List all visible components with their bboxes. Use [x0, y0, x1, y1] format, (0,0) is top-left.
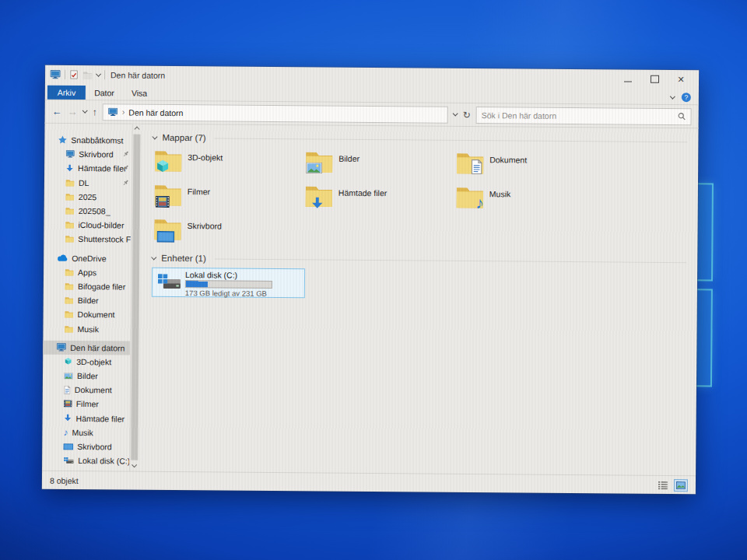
item-count: 8 objekt	[50, 475, 79, 485]
folders-grid: 3D-objekt Bilder Dok	[152, 148, 687, 254]
forward-button[interactable]: →	[68, 107, 78, 117]
tab-arkiv[interactable]: Arkiv	[47, 86, 86, 100]
sidebar-item-den-har-datorn[interactable]: Den här datorn	[43, 340, 130, 355]
sidebar-item-dokument-od[interactable]: Dokument	[44, 307, 131, 322]
search-box[interactable]	[476, 107, 692, 125]
sidebar-item-onedrive[interactable]: OneDrive	[44, 250, 131, 265]
divider	[65, 70, 65, 79]
close-button[interactable]: ✕	[668, 70, 694, 89]
folder-tile-hamtade-filer[interactable]: Hämtade filer	[303, 183, 454, 219]
up-button[interactable]: ↑	[93, 107, 97, 117]
folder-tile-filmer[interactable]: Filmer	[153, 182, 303, 218]
properties-icon[interactable]	[69, 70, 79, 79]
maximize-button[interactable]	[641, 70, 668, 89]
sidebar-item-3d-objekt[interactable]: 3D-objekt	[43, 354, 130, 369]
breadcrumb[interactable]: Den här datorn	[128, 107, 183, 117]
downloads-icon	[64, 414, 72, 422]
disk-usage-fill	[186, 281, 208, 287]
details-view-icon[interactable]	[656, 478, 670, 491]
address-dropdown-chevron-icon[interactable]	[453, 110, 458, 116]
sidebar-item-label: Shutterstock Fre	[78, 234, 132, 244]
folder-icon	[65, 282, 74, 290]
desktop-wallpaper: Den här datorn ✕ Arkiv Dator Visa ? ← → …	[0, 0, 747, 560]
tab-visa[interactable]: Visa	[123, 86, 156, 100]
scroll-down-arrow-icon[interactable]	[132, 462, 137, 467]
folder-tile-dokument[interactable]: Dokument	[454, 150, 605, 186]
folder-downloads-icon	[305, 184, 333, 208]
3d-objects-icon	[64, 357, 72, 366]
section-header-enheter[interactable]: Enheter (1)	[152, 254, 686, 267]
sidebar-item-dokument[interactable]: Dokument	[43, 383, 130, 397]
navigation-pane: Snabbåtkomst Skrivbord Hämtade filer DL	[42, 124, 132, 471]
customize-toolbar-chevron-icon[interactable]	[96, 71, 101, 76]
sidebar-item-apps[interactable]: Apps	[44, 264, 131, 279]
sidebar-item-label: 2025	[79, 192, 96, 201]
folder-3d-objects-icon	[154, 149, 182, 173]
tab-dator[interactable]: Dator	[86, 86, 123, 100]
sidebar-item-2025[interactable]: 2025	[44, 189, 132, 204]
address-bar[interactable]: › Den här datorn	[103, 103, 448, 123]
sidebar-item-label: Apps	[78, 268, 96, 277]
sidebar-item-label: DL	[79, 178, 89, 187]
sidebar-item-snabbatkomst[interactable]: Snabbåtkomst	[44, 133, 132, 148]
folder-icon	[65, 235, 74, 243]
collapse-chevron-icon[interactable]	[151, 254, 156, 260]
folder-tile-skrivbord[interactable]: Skrivbord	[152, 216, 303, 252]
folder-tile-3d-objekt[interactable]: 3D-objekt	[153, 148, 303, 184]
sidebar-item-202508[interactable]: 202508_	[44, 204, 132, 219]
sidebar-item-label: 202508_	[79, 206, 110, 215]
folder-tile-bilder[interactable]: Bilder	[303, 149, 454, 184]
folder-icon	[65, 193, 75, 201]
sidebar-item-skrivbord[interactable]: Skrivbord	[42, 439, 129, 454]
folder-icon	[65, 268, 74, 276]
recent-locations-chevron-icon[interactable]	[82, 108, 88, 114]
section-header-mappar[interactable]: Mappar (7)	[153, 133, 687, 146]
documents-icon	[64, 386, 71, 394]
onedrive-cloud-icon	[57, 254, 68, 261]
help-icon[interactable]: ?	[682, 93, 691, 102]
collapse-chevron-icon[interactable]	[152, 134, 157, 139]
sidebar-item-label: Bifogade filer	[78, 282, 125, 291]
sidebar-item-label: Dokument	[75, 385, 112, 394]
folder-icon	[65, 179, 75, 187]
sidebar-item-label: Lokal disk (C:)	[78, 456, 130, 466]
sidebar-item-label: Bilder	[77, 371, 98, 380]
sidebar-item-icloud-bilder[interactable]: iCloud-bilder	[44, 218, 131, 233]
sidebar-item-filmer[interactable]: Filmer	[43, 397, 130, 411]
sidebar-item-label: Den här datorn	[70, 343, 124, 353]
search-icon[interactable]	[678, 112, 686, 121]
scroll-up-arrow-icon[interactable]	[134, 127, 139, 132]
sidebar-item-musik[interactable]: ♪ Musik	[42, 425, 129, 439]
sidebar-item-skrivbord-qa[interactable]: Skrivbord	[44, 147, 132, 162]
minimize-button[interactable]	[615, 69, 641, 88]
folder-tile-musik[interactable]: ♪ Musik	[454, 184, 605, 220]
sidebar-item-lokal-disk[interactable]: Lokal disk (C:)	[42, 453, 129, 468]
new-folder-icon[interactable]	[82, 71, 93, 79]
folder-videos-icon	[154, 183, 182, 207]
sidebar-item-hamtade-filer-qa[interactable]: Hämtade filer	[44, 161, 132, 176]
sidebar-item-label: Skrivbord	[77, 442, 111, 451]
sidebar-item-dl[interactable]: DL	[44, 175, 132, 190]
back-button[interactable]: ←	[52, 107, 62, 117]
quick-access-star-icon	[58, 135, 67, 145]
content-area: Snabbåtkomst Skrivbord Hämtade filer DL	[42, 124, 698, 476]
sidebar-item-bilder-od[interactable]: Bilder	[44, 293, 131, 308]
search-input[interactable]	[482, 110, 678, 121]
videos-icon	[64, 400, 72, 408]
drive-tile-lokal-disk-c[interactable]: Lokal disk (C:) 173 GB ledigt av 231 GB	[152, 268, 305, 299]
sidebar-item-hamtade-filer[interactable]: Hämtade filer	[43, 411, 130, 425]
expand-ribbon-chevron-icon[interactable]	[670, 93, 675, 99]
folder-icon	[64, 324, 73, 332]
disk-usage-meter	[185, 280, 272, 289]
refresh-icon[interactable]: ↻	[463, 109, 471, 120]
sidebar-item-label: Skrivbord	[79, 149, 113, 159]
sidebar-item-shutterstock[interactable]: Shutterstock Fre	[44, 232, 131, 247]
sidebar-item-musik-od[interactable]: Musik	[43, 321, 130, 336]
this-pc-icon	[50, 70, 61, 79]
sidebar-item-bifogade-filer[interactable]: Bifogade filer	[44, 279, 131, 294]
divider	[215, 258, 686, 263]
sidebar-item-bilder[interactable]: Bilder	[43, 369, 130, 383]
file-explorer-window: Den här datorn ✕ Arkiv Dator Visa ? ← → …	[42, 65, 699, 495]
large-icons-view-icon[interactable]	[674, 479, 688, 492]
folder-documents-icon	[456, 151, 484, 175]
